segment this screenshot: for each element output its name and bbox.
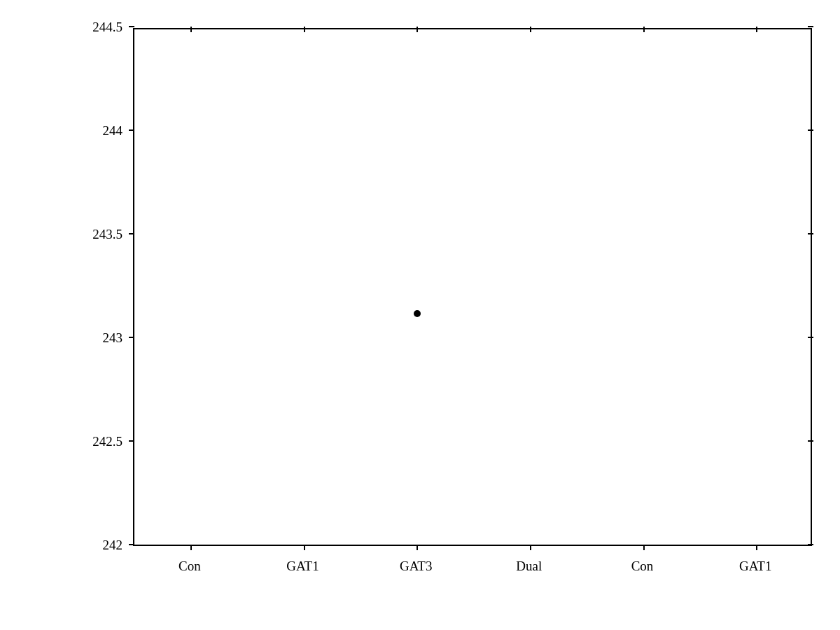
- y-tick-label: 243: [66, 330, 122, 346]
- y-tick-mark-right: [808, 544, 813, 545]
- y-tick-mark: [129, 544, 134, 545]
- x-tick-label: GAT3: [400, 559, 432, 574]
- x-tick-mark-top: [530, 27, 531, 32]
- y-tick-mark-right: [808, 337, 813, 338]
- chart-border-right: [811, 28, 812, 545]
- x-tick-mark: [756, 545, 757, 550]
- y-tick-label: 244: [66, 123, 122, 139]
- y-tick-mark-right: [808, 440, 813, 442]
- chart-border-top: [134, 28, 812, 29]
- y-tick-mark: [129, 130, 134, 131]
- x-tick-mark: [190, 545, 192, 550]
- y-tick-mark-right: [808, 26, 813, 27]
- x-tick-label: Con: [631, 559, 654, 574]
- x-tick-mark: [304, 545, 305, 550]
- x-tick-label: GAT1: [739, 559, 771, 574]
- x-tick-mark-top: [643, 27, 645, 32]
- chart-container: 242242.5243243.5244244.5ConGAT1GAT3DualC…: [0, 0, 840, 630]
- x-tick-label: Con: [178, 559, 201, 574]
- y-tick-mark-right: [808, 233, 813, 234]
- x-tick-label: Dual: [516, 559, 542, 574]
- y-tick-mark-right: [808, 130, 813, 131]
- x-tick-mark-top: [756, 27, 757, 32]
- y-tick-label: 242.5: [66, 434, 122, 449]
- y-tick-label: 243.5: [66, 227, 122, 242]
- x-tick-label: GAT1: [286, 559, 318, 574]
- x-tick-mark-top: [416, 27, 418, 32]
- data-point: [414, 310, 421, 317]
- x-tick-mark-top: [190, 27, 192, 32]
- chart-plot-area: [133, 28, 812, 546]
- y-tick-mark: [129, 233, 134, 234]
- x-tick-mark-top: [304, 27, 305, 32]
- x-tick-mark: [416, 545, 418, 550]
- y-tick-mark: [129, 26, 134, 27]
- y-tick-label: 244.5: [66, 20, 122, 35]
- x-tick-mark: [530, 545, 531, 550]
- y-tick-label: 242: [66, 538, 122, 553]
- x-tick-mark: [643, 545, 645, 550]
- y-tick-mark: [129, 337, 134, 338]
- y-tick-mark: [129, 440, 134, 442]
- y-axis-label: [20, 35, 41, 525]
